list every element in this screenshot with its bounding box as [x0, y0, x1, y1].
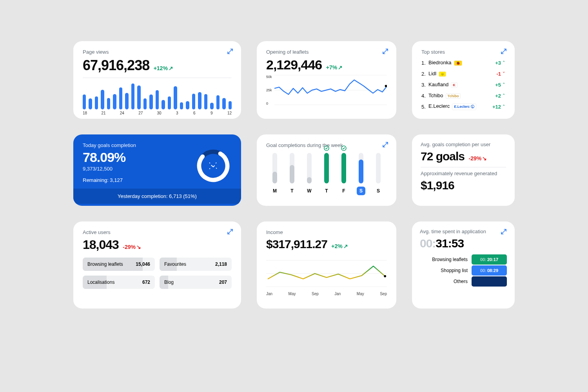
card-page-views: Page views 67,916,238 +12%↗ 182124273036… [73, 41, 241, 119]
card-today-goals: Today goals completion 78.09% 9,373/12,5… [73, 134, 241, 206]
card-title: Page views [83, 49, 232, 55]
expand-icon[interactable] [227, 48, 233, 54]
segment[interactable]: Blog207 [160, 276, 232, 289]
page-views-delta: +12%↗ [154, 65, 173, 71]
active-users-segments: Browsing leaflets15,046Favourites2,118Lo… [83, 258, 232, 289]
income-xaxis: JanMaySepJanMaySep [266, 292, 387, 296]
income-delta: +2%↗ [331, 243, 348, 249]
leaflets-yaxis: 50k25k0 [266, 75, 272, 105]
leaflets-chart [274, 75, 387, 105]
card-title: Today goals completion [83, 142, 232, 148]
card-income: Income $317,911.27 +2%↗ JanMaySepJanMayS… [257, 221, 396, 309]
svg-point-15 [384, 275, 386, 278]
card-active-users: Active users 18,043 -29%↘ Browsing leafl… [73, 221, 241, 309]
avg-goals-delta: -29%↘ [469, 155, 487, 162]
revenue-value: $1,916 [421, 179, 454, 192]
active-users-value: 18,043 [83, 238, 119, 252]
goals-yesterday: Yesterday completion: 6,713 (51%) [73, 189, 241, 204]
store-row[interactable]: 1.Biedronka🐞+3˄ [421, 57, 505, 68]
svg-line-7 [216, 163, 216, 163]
card-leaflets: Opening of leaflets 2,129,446 +7%↗ 50k25… [257, 41, 396, 119]
svg-line-9 [216, 168, 217, 169]
page-views-value: 67,916,238 [83, 57, 149, 74]
leaflets-value: 2,129,446 [266, 57, 322, 73]
card-title: Top stores [421, 49, 505, 55]
week-goals-chart: MTWTFSS [266, 153, 387, 195]
expand-icon[interactable] [501, 229, 507, 235]
store-row[interactable]: 2.Lidl☺-1˅ [421, 68, 505, 79]
time-row: Browsing leaflets00:20:17 [420, 254, 507, 265]
card-title: Avg. time spent in application [420, 229, 507, 234]
expand-icon[interactable] [382, 48, 388, 54]
time-spent-breakdown: Browsing leaflets00:20:17Shopping list00… [420, 254, 507, 287]
income-chart [266, 254, 387, 289]
svg-point-3 [385, 85, 387, 87]
card-title: Income [266, 229, 387, 235]
leaflets-delta: +7%↗ [326, 64, 343, 71]
avg-goals-value: 72 goals [421, 150, 465, 163]
card-week-goals: Goal completions during the week MTWTFSS [257, 134, 396, 206]
expand-icon[interactable] [501, 48, 507, 54]
svg-line-8 [209, 168, 210, 169]
segment[interactable]: Browsing leaflets15,046 [83, 258, 155, 271]
svg-line-6 [209, 163, 210, 163]
card-time-spent: Avg. time spent in application 00:31:53 … [412, 221, 515, 309]
income-value: $317,911.27 [266, 238, 327, 251]
card-top-stores: Top stores 1.Biedronka🐞+3˄2.Lidl☺-1˅3.Ka… [412, 41, 515, 119]
time-row: Others [420, 276, 507, 287]
card-avg-goals: Avg. goals completion per user 72 goals … [412, 134, 515, 206]
card-title: Avg. goals completion per user [421, 142, 506, 147]
time-spent-value: 00:31:53 [420, 237, 507, 250]
store-row[interactable]: 5.E.LeclercE.Leclerc Ⓛ+12˄ [421, 101, 505, 112]
expand-icon[interactable] [382, 142, 388, 148]
segment[interactable]: Localisations672 [83, 276, 155, 289]
time-row: Shopping list00:08:29 [420, 265, 507, 276]
segment[interactable]: Favourites2,118 [160, 258, 232, 271]
store-list: 1.Biedronka🐞+3˄2.Lidl☺-1˅3.KauflandK+5˄4… [421, 57, 505, 112]
store-row[interactable]: 3.KauflandK+5˄ [421, 79, 505, 90]
page-views-xaxis: 182124273036912 [83, 111, 232, 115]
goals-donut-chart [196, 148, 231, 183]
card-title: Active users [83, 229, 232, 235]
store-row[interactable]: 4.TchiboTchibo+2˄ [421, 90, 505, 101]
active-users-delta: -29%↘ [123, 244, 141, 250]
revenue-title: Approximately revenue generated [421, 171, 506, 176]
expand-icon[interactable] [227, 229, 233, 235]
card-title: Opening of leaflets [266, 49, 387, 55]
page-views-chart [83, 82, 232, 109]
